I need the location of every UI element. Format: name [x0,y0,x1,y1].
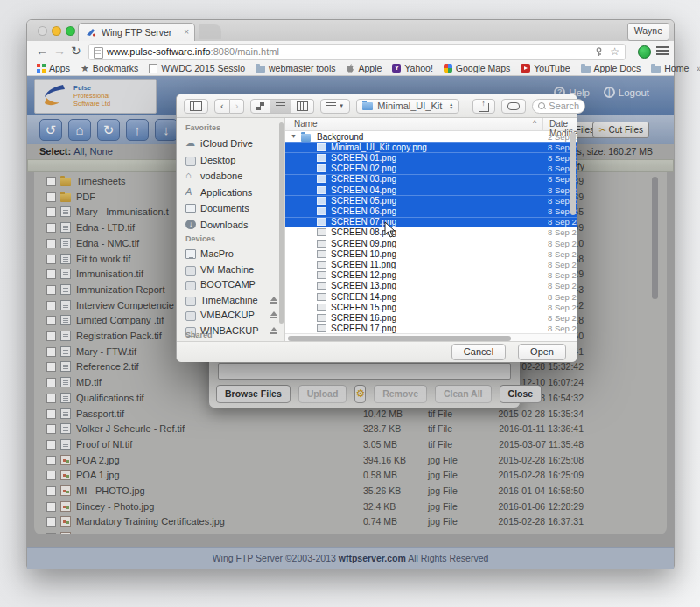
sidebar-item[interactable]: BOOTCAMP [177,277,284,293]
finder-row-name: Minimal_UI_Kit copy.png [331,143,427,152]
finder-row[interactable]: SCREEN 17.png8 Sep 2014, 14:40 [285,324,578,334]
tab-close-icon[interactable]: × [184,27,189,37]
open-button[interactable]: Open [518,344,566,360]
eject-icon[interactable] [270,297,277,301]
eject-icon[interactable] [270,311,277,316]
image-file-icon [317,154,326,162]
image-file-icon [317,324,326,332]
finder-row[interactable]: SCREEN 07.png8 Sep 2014, 14:39 [285,217,578,227]
finder-row[interactable]: SCREEN 04.png8 Sep 2014, 14:39 [285,185,578,195]
bookmark-label: Home [664,63,689,73]
share-icon[interactable] [472,99,495,114]
finder-row[interactable]: SCREEN 12.png8 Sep 2014, 14:39 [285,270,578,281]
close-button[interactable]: Close [500,385,542,403]
icon-view-icon[interactable] [250,99,270,114]
finder-row[interactable]: SCREEN 03.png8 Sep 2014, 14:39 [285,174,578,185]
apple-icon [346,64,354,73]
bookmark-item[interactable]: Google Maps [439,63,514,73]
back-icon[interactable]: ‹ [214,99,230,114]
list-view-icon[interactable] [270,99,291,114]
zip-icon[interactable]: ⚙ [354,385,366,403]
sidebar-item[interactable]: MacPro [177,247,284,262]
arrange-icon[interactable]: ▼ [320,99,350,114]
apps-shortcut[interactable]: Apps [32,63,74,73]
finder-row-date: 8 Sep 2014, 14:39 [548,249,578,259]
tab-strip: Wing FTP Server × Wayne [27,20,674,42]
sidebar-item[interactable]: TimeMachine [177,293,284,309]
finder-row[interactable]: SCREEN 15.png8 Sep 2014, 14:39 [285,302,578,312]
sidebar-item-label: VMBACKUP [200,310,255,320]
forward-icon[interactable]: › [230,99,245,114]
new-tab-button[interactable] [199,24,221,39]
window-close-button[interactable] [38,26,47,36]
window-zoom-button[interactable] [66,26,75,36]
bookmarks-overflow-icon[interactable]: » [695,64,700,73]
path-dropdown[interactable]: Minimal_UI_Kit ▲▼ [356,99,459,114]
upload-button[interactable]: Upload [298,385,347,403]
bookmark-item[interactable]: Apple Docs [577,63,646,73]
bookmark-item[interactable]: Home [647,63,693,73]
finder-row[interactable]: SCREEN 10.png8 Sep 2014, 14:39 [285,248,578,259]
bookmark-item[interactable]: ★Bookmarks [76,63,143,73]
finder-row[interactable]: SCREEN 08.png8 Sep 2014, 14:39 [285,227,578,238]
extension-icon[interactable] [638,45,651,59]
folder-icon [581,66,591,73]
finder-row[interactable]: ▼Background2 Sep 2015, 11:31 [285,131,578,142]
sidebar-item[interactable]: VM Machine [177,262,284,278]
finder-row[interactable]: SCREEN 11.png8 Sep 2014, 14:39 [285,259,578,269]
key-icon[interactable] [594,47,604,57]
finder-row[interactable]: SCREEN 05.png8 Sep 2014, 14:39 [285,195,578,206]
bookmark-item[interactable]: WWDC 2015 Sessio [144,63,249,73]
bookmark-item[interactable]: YYahoo! [388,63,438,73]
list-horizontal-scrollbar[interactable] [285,333,578,341]
browse-files-button[interactable]: Browse Files [216,385,290,403]
clean-all-button[interactable]: Clean All [435,385,492,403]
url-text: www.pulse-software.info:8080/main.html [107,46,279,57]
finder-row[interactable]: SCREEN 13.png8 Sep 2014, 14:39 [285,281,578,291]
sidebar-item[interactable]: ⌂vodabone [177,169,284,185]
page-icon [149,64,158,73]
sidebar-item[interactable]: AApplications [177,185,284,201]
finder-row[interactable]: SCREEN 09.png8 Sep 2014, 14:39 [285,238,578,248]
sidebar-item[interactable]: VMBACKUP [177,308,284,324]
finder-open-dialog: ‹ › ▼ Minimal_UI_Kit ▲▼ S [176,94,578,362]
column-view-icon[interactable] [291,99,314,114]
finder-row[interactable]: Minimal_UI_Kit copy.png8 Sep 2014, 14:39 [285,142,578,152]
bookmark-label: WWDC 2015 Sessio [161,63,245,73]
finder-row-name: SCREEN 02.png [331,164,396,173]
window-minimize-button[interactable] [52,26,61,36]
bookmark-item[interactable]: webmaster tools [251,63,340,73]
back-icon[interactable]: ← [36,44,48,58]
finder-row[interactable]: SCREEN 02.png8 Sep 2014, 14:39 [285,164,578,174]
browser-tab[interactable]: Wing FTP Server × [78,23,195,42]
finder-row[interactable]: SCREEN 01.png8 Sep 2014, 14:39 [285,152,578,163]
bookmark-item[interactable]: Apple [341,63,386,73]
sidebar-toggle-icon[interactable] [184,99,208,114]
refresh-icon[interactable]: ↻ [71,44,81,58]
tag-icon[interactable] [501,99,526,114]
sidebar-item[interactable]: ↓Downloads [177,218,284,234]
sidebar-item[interactable]: Documents [177,201,284,217]
profile-button[interactable]: Wayne [627,23,669,41]
image-file-icon [317,271,326,279]
sidebar-item[interactable]: ☁iCloud Drive [177,136,284,152]
cancel-button[interactable]: Cancel [452,344,506,360]
finder-column-header: Name ^ Date Modified [285,118,578,131]
eject-icon[interactable] [270,327,277,331]
bookmark-star-icon[interactable]: ☆ [610,45,620,58]
finder-row[interactable]: SCREEN 14.png8 Sep 2014, 14:39 [285,291,578,302]
address-bar[interactable]: www.pulse-software.info:8080/main.html ☆ [88,44,626,60]
sidebar-item-label: Downloads [200,220,248,230]
bookmark-item[interactable]: YouTube [516,63,574,73]
column-name[interactable]: Name [294,119,318,129]
search-input[interactable]: Search [532,99,585,114]
sidebar-item[interactable]: Desktop [177,153,284,169]
disclosure-triangle-icon[interactable]: ▼ [290,133,297,139]
list-vertical-scrollbar[interactable] [570,132,576,215]
remove-button[interactable]: Remove [374,385,427,403]
finder-row[interactable]: SCREEN 16.png8 Sep 2014, 14:39 [285,312,578,323]
finder-row[interactable]: SCREEN 06.png8 Sep 2014, 14:39 [285,206,578,216]
disk-icon [186,311,196,321]
menu-icon[interactable] [656,46,668,48]
forward-icon[interactable]: → [53,44,66,58]
